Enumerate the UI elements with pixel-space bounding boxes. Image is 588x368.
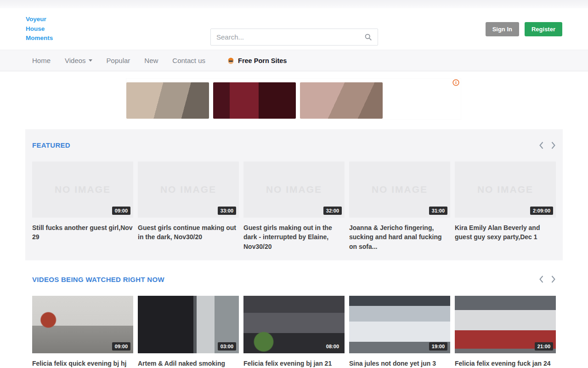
video-thumbnail[interactable]: NO IMAGE 31:00 bbox=[349, 161, 450, 218]
ad-thumbnail[interactable] bbox=[213, 82, 296, 119]
watched-section-header: VIDEOS BEING WATCHED RIGHT NOW bbox=[32, 276, 556, 283]
video-thumbnail[interactable]: 09:00 bbox=[32, 296, 133, 353]
carousel-next-icon[interactable] bbox=[551, 142, 556, 149]
duration-badge: 09:00 bbox=[112, 342, 130, 351]
nav-item-videos-label: Videos bbox=[65, 57, 86, 64]
watched-carousel-arrows bbox=[539, 276, 556, 283]
video-card[interactable]: 21:00 Felicia felix evening fuck jan 24 … bbox=[455, 296, 556, 368]
nav-item-contact-us[interactable]: Contact us bbox=[172, 57, 205, 64]
duration-badge: 08:00 bbox=[323, 342, 342, 351]
video-thumbnail[interactable]: 19:00 bbox=[349, 296, 450, 353]
no-image-placeholder: NO IMAGE bbox=[372, 184, 428, 195]
video-title[interactable]: Felicia felix quick evening bj hj nov 4 bbox=[32, 359, 133, 368]
search-input[interactable] bbox=[216, 33, 364, 41]
featured-section: FEATURED NO IMAGE 09:00 Still fucks anot… bbox=[25, 129, 563, 260]
video-card[interactable]: NO IMAGE 2:09:00 Kira Emily Alan Beverly… bbox=[455, 161, 556, 251]
video-card[interactable]: 03:00 Artem & Adil naked smoking break 3… bbox=[138, 296, 239, 368]
featured-carousel-arrows bbox=[539, 142, 556, 149]
no-image-placeholder: NO IMAGE bbox=[477, 184, 533, 195]
ad-thumbnail[interactable] bbox=[126, 82, 209, 119]
free-porn-sites-label: Free Porn Sites bbox=[238, 57, 287, 64]
nav-item-new[interactable]: New bbox=[144, 57, 158, 64]
video-card[interactable]: 08:00 Felicia felix evening bj jan 21 fe… bbox=[243, 296, 345, 368]
video-card[interactable]: 19:00 Sina jules not done yet jun 3 sina… bbox=[349, 296, 450, 368]
nav-item-popular[interactable]: Popular bbox=[107, 57, 130, 64]
video-card[interactable]: NO IMAGE 32:00 Guest girls making out in… bbox=[243, 161, 345, 251]
watched-section: VIDEOS BEING WATCHED RIGHT NOW 09:00 Fel… bbox=[25, 276, 563, 368]
duration-badge: 2:09:00 bbox=[530, 207, 553, 215]
ad-info-icon[interactable] bbox=[452, 79, 459, 86]
video-title[interactable]: Kira Emily Alan Beverly and guest guy se… bbox=[455, 223, 556, 242]
ad-banner[interactable] bbox=[126, 79, 461, 119]
no-image-placeholder: NO IMAGE bbox=[160, 184, 216, 195]
featured-section-title: FEATURED bbox=[32, 141, 70, 149]
video-title[interactable]: Still fucks another guest girl,Nov 29 bbox=[32, 223, 133, 242]
video-thumbnail[interactable]: NO IMAGE 33:00 bbox=[138, 161, 239, 218]
duration-badge: 21:00 bbox=[535, 342, 553, 351]
video-card[interactable]: 09:00 Felicia felix quick evening bj hj … bbox=[32, 296, 133, 368]
free-porn-sites-link[interactable]: Free Porn Sites bbox=[227, 57, 287, 64]
nav-item-videos[interactable]: Videos bbox=[65, 57, 92, 64]
video-title[interactable]: Guest girls continue making out in the d… bbox=[138, 223, 239, 242]
search-icon[interactable] bbox=[364, 33, 372, 41]
register-button[interactable]: Register bbox=[525, 22, 562, 36]
video-title[interactable]: Felicia felix evening fuck jan 24 bbox=[455, 359, 556, 368]
video-title[interactable]: Felicia felix evening bj jan 21 bbox=[243, 359, 345, 368]
logo-line: House bbox=[26, 24, 53, 34]
featured-section-header: FEATURED bbox=[32, 141, 556, 149]
caret-down-icon bbox=[89, 59, 92, 62]
duration-badge: 03:00 bbox=[218, 342, 236, 351]
video-title[interactable]: Artem & Adil naked smoking break 3 Aug 2… bbox=[138, 359, 239, 368]
carousel-prev-icon[interactable] bbox=[539, 276, 544, 283]
video-card[interactable]: NO IMAGE 33:00 Guest girls continue maki… bbox=[138, 161, 239, 251]
auth-buttons: Sign In Register bbox=[486, 22, 562, 36]
duration-badge: 33:00 bbox=[218, 207, 236, 215]
ad-thumbnail[interactable] bbox=[300, 82, 383, 119]
video-thumbnail[interactable]: NO IMAGE 2:09:00 bbox=[455, 161, 556, 218]
sign-in-button[interactable]: Sign In bbox=[486, 22, 519, 36]
no-image-placeholder: NO IMAGE bbox=[266, 184, 322, 195]
video-card[interactable]: NO IMAGE 31:00 Joanna & Jericho fingerin… bbox=[349, 161, 450, 251]
video-thumbnail[interactable]: 21:00 bbox=[455, 296, 556, 353]
no-image-placeholder: NO IMAGE bbox=[55, 184, 111, 195]
top-strip bbox=[0, 0, 588, 8]
video-thumbnail[interactable]: 03:00 bbox=[138, 296, 239, 353]
duration-badge: 31:00 bbox=[429, 207, 447, 215]
site-header: Voyeur House Moments Sign In Register bbox=[0, 8, 588, 50]
ad-zone bbox=[0, 71, 588, 127]
logo-line: Moments bbox=[26, 34, 53, 43]
main-nav: Home Videos Popular New Contact us Free … bbox=[0, 50, 588, 71]
video-title[interactable]: Sina jules not done yet jun 3 bbox=[349, 359, 450, 368]
site-logo[interactable]: Voyeur House Moments bbox=[26, 15, 53, 44]
video-thumbnail[interactable]: NO IMAGE 32:00 bbox=[243, 161, 345, 218]
logo-line: Voyeur bbox=[26, 15, 53, 24]
watched-section-title: VIDEOS BEING WATCHED RIGHT NOW bbox=[32, 276, 164, 283]
carousel-next-icon[interactable] bbox=[551, 276, 556, 283]
video-thumbnail[interactable]: 08:00 bbox=[243, 296, 345, 353]
nav-item-home[interactable]: Home bbox=[32, 57, 51, 64]
featured-cards-row: NO IMAGE 09:00 Still fucks another guest… bbox=[32, 161, 556, 251]
duration-badge: 09:00 bbox=[112, 207, 130, 215]
watched-cards-row: 09:00 Felicia felix quick evening bj hj … bbox=[32, 296, 556, 368]
video-thumbnail[interactable]: NO IMAGE 09:00 bbox=[32, 161, 133, 218]
video-title[interactable]: Joanna & Jericho fingering, sucking and … bbox=[349, 223, 450, 251]
video-title[interactable]: Guest girls making out in the dark - int… bbox=[243, 223, 345, 251]
video-card[interactable]: NO IMAGE 09:00 Still fucks another guest… bbox=[32, 161, 133, 251]
duration-badge: 19:00 bbox=[429, 342, 447, 351]
carousel-prev-icon[interactable] bbox=[539, 142, 544, 149]
search-bar bbox=[210, 29, 378, 46]
helmet-face-icon bbox=[227, 57, 235, 64]
duration-badge: 32:00 bbox=[323, 207, 342, 215]
